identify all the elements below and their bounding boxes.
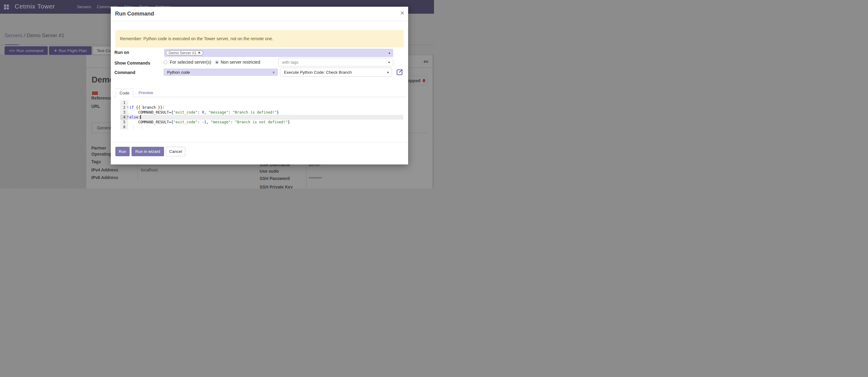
command-select[interactable]: Execute Python Code: Check Branch ▾: [280, 67, 392, 77]
editor-line[interactable]: 6: [120, 124, 403, 129]
editor-line[interactable]: 2▾if {{ branch }}:: [120, 105, 403, 110]
radio-for-selected-servers-label[interactable]: For selected server(s): [170, 60, 211, 64]
editor-line[interactable]: 3 COMMAND_RESULT={"exit_code": 0, "messa…: [120, 110, 403, 115]
ipv4-value: localhost: [141, 168, 158, 172]
breadcrumb-current: Demo Server #1: [27, 33, 64, 38]
tabs-divider: [113, 97, 406, 97]
dropdown-caret-icon[interactable]: ▾: [389, 51, 390, 55]
run-button[interactable]: Run: [115, 147, 130, 156]
operating-system-label: Operating: [91, 152, 112, 156]
close-icon[interactable]: ✕: [400, 10, 404, 17]
radio-non-server-restricted-label[interactable]: Non server restricted: [221, 60, 260, 64]
warning-alert-text: Remember: Python code is executed on the…: [120, 36, 273, 41]
with-tags-placeholder: with tags: [282, 60, 298, 64]
editor-line[interactable]: 1: [120, 100, 403, 105]
ssh-password-label: SSH Password: [259, 176, 290, 181]
partner-label: Partner: [91, 146, 106, 150]
command-label: Command: [115, 70, 135, 75]
column-divider-right: [306, 164, 307, 188]
code-icon: </>: [9, 49, 15, 53]
editor-gutter-cell[interactable]: 1: [120, 100, 128, 105]
dialog-header: Run Command ✕: [111, 7, 408, 21]
editor-line[interactable]: 5 COMMAND_RESULT={"exit_code": -1, "mess…: [120, 120, 403, 124]
dropdown-caret-icon: ▾: [389, 61, 390, 64]
run-on-field[interactable]: Demo Server #1 ✕ ▾: [164, 49, 393, 57]
editor-gutter-cell[interactable]: 5: [120, 120, 128, 124]
editor-gutter-cell[interactable]: 2▾: [120, 105, 128, 110]
radio-for-selected-servers[interactable]: [163, 60, 167, 64]
command-type-value: Python code: [167, 70, 190, 75]
radio-non-server-restricted[interactable]: [215, 60, 219, 64]
ssh-private-key-label: SSH Private Key: [259, 184, 293, 188]
tab-preview-label: Preview: [138, 90, 153, 95]
tag-remove-icon[interactable]: ✕: [198, 51, 200, 55]
ipv6-label: IPv6 Address: [91, 175, 118, 180]
footer-divider: [111, 142, 408, 143]
ipv4-label: IPv4 Address: [91, 168, 118, 172]
general-tab-label: General: [97, 125, 112, 130]
server-color-swatch[interactable]: [91, 91, 99, 96]
run-flight-plan-label: Run Flight Plan: [59, 49, 87, 53]
cancel-button[interactable]: Cancel: [166, 147, 185, 156]
editor-line[interactable]: 4▾else:: [120, 115, 403, 120]
external-link-icon[interactable]: [396, 68, 404, 76]
breadcrumb-servers-link[interactable]: Servers: [5, 33, 23, 38]
column-divider-left: [137, 164, 138, 181]
editor-gutter-cell[interactable]: 4▾: [120, 115, 128, 120]
tags-label: Tags: [91, 159, 101, 164]
run-command-label: Run command: [17, 49, 43, 53]
code-editor[interactable]: 12▾if {{ branch }}:3 COMMAND_RESULT={"ex…: [120, 100, 403, 129]
select-chevron-icon: ∨: [272, 70, 275, 74]
editor-gutter-cell[interactable]: 6: [120, 124, 128, 129]
tab-code-label: Code: [120, 91, 129, 95]
with-tags-select[interactable]: with tags ▾: [278, 58, 393, 66]
run-flight-plan-button[interactable]: ✈ Run Flight Plan: [49, 46, 92, 55]
tab-preview[interactable]: Preview: [136, 88, 155, 97]
dropdown-caret-icon: ▾: [387, 71, 389, 74]
command-type-select[interactable]: Python code ∨: [163, 68, 278, 76]
show-commands-label: Show Commands: [115, 61, 150, 65]
smart-button-fragment[interactable]: es: [424, 59, 428, 64]
use-sudo-label: Use sudo: [259, 169, 279, 174]
ssh-password-value: ********: [309, 176, 322, 181]
dialog-title: Run Command: [115, 11, 154, 17]
server-tag-label: Demo Server #1: [168, 51, 196, 55]
run-on-label: Run on: [115, 50, 129, 55]
tab-code[interactable]: Code: [116, 88, 133, 97]
run-command-dialog: Run Command ✕ Remember: Python code is e…: [111, 7, 408, 165]
text-cursor: [140, 115, 141, 119]
status-red-dot-icon: [423, 79, 425, 82]
warning-alert: Remember: Python code is executed on the…: [115, 30, 404, 48]
server-tag[interactable]: Demo Server #1 ✕: [166, 50, 203, 55]
plane-icon: ✈: [54, 48, 57, 53]
reference-label: Reference: [91, 96, 112, 100]
breadcrumb: Servers / Demo Server #1: [5, 33, 64, 39]
editor-gutter-cell[interactable]: 3: [120, 110, 128, 115]
url-label: URL: [91, 104, 100, 109]
app-brand[interactable]: Cetmix Tower: [14, 3, 55, 10]
nav-item-servers[interactable]: Servers: [77, 5, 91, 9]
apps-grid-icon[interactable]: [4, 5, 9, 9]
command-select-value: Execute Python Code: Check Branch: [284, 70, 352, 75]
run-in-wizard-button[interactable]: Run in wizard: [131, 147, 164, 156]
breadcrumb-separator: /: [23, 33, 27, 38]
run-command-button[interactable]: </> Run command: [5, 46, 48, 55]
